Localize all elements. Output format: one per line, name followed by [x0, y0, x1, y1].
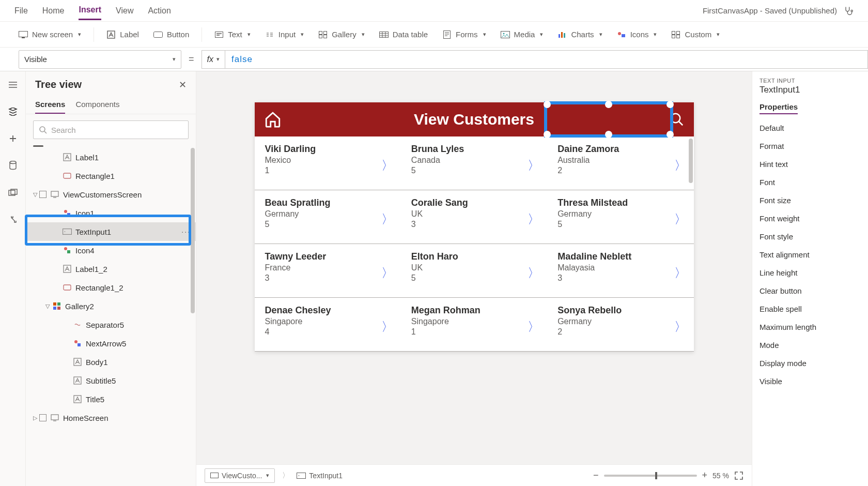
tree-node-textinput1[interactable]: TextInput1··· [26, 222, 196, 241]
fit-to-screen-icon[interactable] [734, 471, 743, 480]
tree-node-rectangle1_2[interactable]: Rectangle1_2 [26, 278, 196, 297]
media-rail-icon[interactable] [6, 185, 20, 200]
prop-row-hint-text[interactable]: Hint text [760, 160, 868, 169]
zoom-out-button[interactable]: − [593, 470, 599, 481]
tree-node-icon1[interactable]: Icon1 [26, 204, 196, 222]
gallery-cell[interactable]: Elton HaroUK5〉 [401, 244, 547, 298]
prop-row-maximum-length[interactable]: Maximum length [760, 323, 868, 331]
app-checker-icon[interactable] [843, 6, 854, 16]
tree-node-homescreen[interactable]: ▷HomeScreen [26, 408, 196, 427]
gallery-cell[interactable]: Madaline NeblettMalayasia3〉 [547, 244, 693, 298]
label-button[interactable]: Label [102, 28, 143, 41]
tab-components[interactable]: Components [75, 96, 119, 114]
icons-button[interactable]: Icons ▾ [613, 28, 661, 41]
more-icon[interactable]: ··· [181, 227, 191, 236]
tree-node-gallery2[interactable]: ▽Gallery2 [26, 297, 196, 315]
tree-search[interactable]: Search [33, 120, 189, 139]
checkbox[interactable] [39, 191, 47, 198]
breadcrumb-control[interactable]: TextInput1 [297, 472, 343, 480]
menu-file[interactable]: File [14, 2, 28, 20]
scrollbar[interactable] [191, 148, 195, 313]
scrollbar[interactable] [689, 139, 693, 183]
forms-button[interactable]: Forms ▾ [438, 28, 490, 41]
close-icon[interactable]: ✕ [179, 79, 187, 90]
gallery-cell[interactable]: Denae ChesleySingapore4〉 [255, 298, 401, 352]
chevron-right-icon[interactable]: 〉 [381, 318, 394, 335]
tab-screens[interactable]: Screens [35, 96, 65, 114]
home-icon[interactable] [264, 111, 282, 128]
tree-node-label1[interactable]: Label1 [26, 148, 196, 166]
resize-handle[interactable] [544, 131, 551, 138]
input-button[interactable]: Input ▾ [261, 28, 308, 41]
tree-node-label1_2[interactable]: Label1_2 [26, 260, 196, 278]
resize-handle[interactable] [667, 101, 674, 108]
chevron-right-icon[interactable]: 〉 [674, 211, 687, 227]
chevron-right-icon[interactable]: 〉 [674, 157, 687, 174]
formula-input[interactable]: false [225, 50, 868, 69]
button-button[interactable]: Button [149, 28, 193, 41]
prop-row-display-mode[interactable]: Display mode [760, 359, 868, 368]
tree-node-separator5[interactable]: Separator5 [26, 315, 196, 334]
tree-node-icon4[interactable]: Icon4 [26, 241, 196, 260]
chevron-right-icon[interactable]: 〉 [528, 318, 540, 335]
gallery-cell[interactable]: Viki DarlingMexico1〉 [255, 136, 401, 190]
text-button[interactable]: Text ▾ [210, 28, 255, 41]
gallery-cell[interactable]: Tawny LeederFrance3〉 [255, 244, 401, 298]
breadcrumb-screen[interactable]: ViewCusto... ▾ [205, 468, 275, 483]
gallery-cell[interactable]: Bruna LylesCanada5〉 [401, 136, 547, 190]
gallery-cell[interactable]: Thresa MilsteadGermany5〉 [547, 190, 693, 244]
prop-row-font-weight[interactable]: Font weight [760, 214, 868, 223]
chevron-down-icon[interactable]: ▽ [43, 303, 52, 310]
prop-row-default[interactable]: Default [760, 124, 868, 132]
chevron-right-icon[interactable]: ▷ [31, 415, 39, 421]
tree-node-title5[interactable]: Title5 [26, 390, 196, 408]
tree-node-nextarrow5[interactable]: NextArrow5 [26, 334, 196, 353]
resize-handle[interactable] [605, 131, 612, 138]
chevron-right-icon[interactable]: 〉 [381, 211, 394, 227]
properties-tab[interactable]: Properties [760, 102, 798, 114]
menu-insert[interactable]: Insert [79, 1, 101, 20]
prop-row-font-style[interactable]: Font style [760, 232, 868, 241]
property-dropdown[interactable]: Visible ▾ [19, 50, 181, 69]
datatable-button[interactable]: Data table [375, 28, 432, 41]
canvas-scroll[interactable]: View Customers Viki DarlingMexico1〉Bruna… [196, 71, 752, 464]
prop-row-mode[interactable]: Mode [760, 341, 868, 350]
resize-handle[interactable] [605, 101, 612, 108]
prop-row-enable-spell[interactable]: Enable spell [760, 305, 868, 313]
tree-view-icon[interactable] [6, 104, 20, 119]
menu-home[interactable]: Home [42, 2, 65, 20]
prop-row-clear-button[interactable]: Clear button [760, 286, 868, 295]
media-button[interactable]: Media ▾ [497, 28, 548, 41]
chevron-right-icon[interactable]: 〉 [381, 265, 394, 281]
prop-row-text-alignment[interactable]: Text alignment [760, 250, 868, 259]
zoom-in-button[interactable]: + [702, 470, 708, 481]
chevron-right-icon[interactable]: 〉 [528, 157, 540, 174]
fx-label[interactable]: fx ▾ [202, 50, 225, 69]
chevron-down-icon[interactable]: ▽ [31, 191, 39, 198]
resize-handle[interactable] [544, 101, 551, 108]
selection-box[interactable] [544, 101, 673, 138]
resize-handle[interactable] [667, 131, 674, 138]
chevron-right-icon[interactable]: 〉 [528, 265, 540, 281]
data-rail-icon[interactable] [6, 158, 20, 173]
tree-node-subtitle5[interactable]: Subtitle5 [26, 371, 196, 390]
gallery-button[interactable]: Gallery ▾ [314, 28, 369, 41]
gallery-cell[interactable]: Beau SpratlingGermany5〉 [255, 190, 401, 244]
tree-node-rectangle1[interactable]: Rectangle1 [26, 166, 196, 185]
gallery-cell[interactable]: Megan RohmanSingapore1〉 [401, 298, 547, 352]
insert-rail-icon[interactable] [6, 131, 20, 146]
gallery-cell[interactable]: Daine ZamoraAustralia2〉 [547, 136, 693, 190]
prop-row-line-height[interactable]: Line height [760, 268, 868, 277]
charts-button[interactable]: Charts ▾ [553, 28, 606, 41]
chevron-right-icon[interactable]: 〉 [381, 157, 394, 174]
chevron-right-icon[interactable]: 〉 [674, 318, 687, 335]
tree-node-body1[interactable]: Body1 [26, 353, 196, 371]
gallery-cell[interactable]: Sonya RebelloGermany2〉 [547, 298, 693, 352]
menu-action[interactable]: Action [148, 2, 171, 20]
zoom-thumb[interactable] [655, 472, 657, 479]
tree-collapse-handle[interactable] [33, 145, 43, 147]
advanced-rail-icon[interactable] [6, 212, 20, 226]
prop-row-font[interactable]: Font [760, 178, 868, 187]
prop-row-visible[interactable]: Visible [760, 377, 868, 386]
new-screen-button[interactable]: New screen ▾ [14, 28, 85, 41]
